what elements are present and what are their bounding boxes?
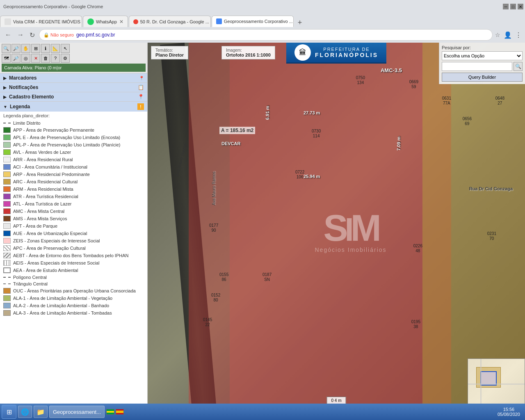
layer-button[interactable]: 🗺 — [2, 54, 11, 63]
minimize-button[interactable]: ─ — [503, 4, 509, 9]
street-label-ava-mauro: Ava Mauro Ramos — [212, 171, 216, 205]
cadastro-elemento-label: Cadastro Elemento — [9, 94, 54, 100]
legend-color-swatch — [3, 310, 11, 316]
legend-item-label: APC - Área de Preservação Cultural — [13, 246, 86, 251]
legend-color-swatch — [3, 179, 11, 185]
map-container[interactable]: Temático: Plano Diretor Imagem: Ortofoto… — [148, 43, 525, 420]
search-label: Pesquisar por: — [442, 45, 523, 50]
layer-info: Camada Ativa: Plano (0 m|or — [2, 64, 146, 72]
legenda-header[interactable]: ▼ Legenda ! — [0, 102, 147, 112]
search-text-input[interactable] — [442, 62, 512, 71]
taskbar-clock: 15:56 05/08/2020 — [494, 407, 523, 417]
list-item: ARC - Área Residencial Cultural — [0, 178, 147, 185]
legend-item-label: AUE - Área de Urbanização Especial — [13, 231, 87, 236]
taskbar-files-icon[interactable]: 📁 — [34, 406, 48, 418]
legend-item-label: AMC - Área Mista Central — [13, 209, 64, 214]
query-builder-button[interactable]: Query Builder — [442, 73, 523, 82]
list-item: APL E - Área de Preservação Uso Limitado… — [0, 134, 147, 141]
marcadores-arrow: ▶ — [3, 76, 7, 80]
marcadores-icon: 📍 — [139, 76, 144, 80]
profile-button[interactable]: 👤 — [504, 31, 512, 39]
legend-color-swatch — [3, 157, 11, 162]
legend-color-swatch — [3, 127, 11, 133]
tab-vista-crm[interactable]: Vista CRM - REGENTE IMÓVEIS ✕ — [0, 16, 82, 27]
taskbar-browser-icon[interactable]: 🌐 — [18, 406, 32, 418]
start-button[interactable]: ⊞ — [2, 405, 16, 419]
full-extent-button[interactable]: ⊞ — [31, 44, 40, 53]
tab-google-maps[interactable]: 50 R. Dr. Cid Gonzaga - Google ... ✕ — [129, 16, 211, 27]
list-item: OUC - Áreas Prioritárias para Operação U… — [0, 287, 147, 294]
parcel-0669: 066959 — [409, 80, 418, 89]
zoom-out-button[interactable]: 🔎 — [11, 44, 21, 53]
back-button[interactable]: ← — [3, 30, 13, 40]
marcadores-header[interactable]: ▶ Marcadores 📍 — [0, 73, 147, 82]
parcel-0656: 065669 — [463, 116, 472, 126]
bookmark-button[interactable]: ☆ — [495, 32, 500, 38]
legenda-arrow: ▼ — [3, 105, 7, 109]
parcel-0722: 0722106 — [295, 170, 304, 180]
list-item: APL-P - Área de Preservação Uso Limitado… — [0, 141, 147, 148]
left-panel: 🔍 🔎 ✋ ⊞ ℹ 📐 ↖ 🗺 🔎 ◎ ✕ 🗑 ? ⚙ Camada Ativa… — [0, 43, 148, 420]
forward-button[interactable]: → — [16, 30, 25, 40]
tab-whatsapp[interactable]: WhatsApp ✕ — [83, 16, 128, 27]
help-button[interactable]: ? — [51, 54, 60, 63]
tab-close-whatsapp[interactable]: ✕ — [119, 19, 123, 25]
legend-item-label: APT - Área de Parque — [13, 224, 57, 228]
legend-item-label: AMS - Área Mista Serviços — [13, 216, 67, 221]
list-item: ALA-1 - Área de Limitação Ambiental - Ve… — [0, 294, 147, 302]
menu-button[interactable]: ⋮ — [515, 31, 522, 39]
clear-button[interactable]: 🗑 — [41, 54, 50, 63]
url-display: geo.pmf.sc.gov.br — [76, 32, 115, 38]
tab-label-vista: Vista CRM - REGENTE IMÓVEIS — [13, 19, 80, 24]
identify-button[interactable]: ℹ — [41, 44, 50, 53]
list-item: AUE - Área de Urbanização Especial — [0, 230, 147, 237]
tab-label-maps: 50 R. Dr. Cid Gonzaga - Google ... — [140, 19, 209, 24]
legend-item-label: AEBT - Área de Entorno dos Bens Tombados… — [13, 253, 128, 258]
legend-color-swatch — [3, 231, 11, 236]
tab-icon-maps — [133, 19, 138, 24]
search-select[interactable]: Escolha uma Opção — [442, 51, 523, 60]
notificacoes-label: Notificações — [9, 84, 38, 90]
reload-button[interactable]: ↻ — [28, 30, 37, 41]
parcel-0187: 0187SN — [262, 272, 272, 282]
section-notificacoes: ▶ Notificações 📋 — [0, 83, 147, 92]
buffer-button[interactable]: ◎ — [21, 54, 30, 63]
pan-button[interactable]: ✋ — [21, 44, 30, 53]
list-item: ARR - Área Residencial Rural — [0, 156, 147, 163]
address-input[interactable]: 🔒 Não seguro geo.pmf.sc.gov.br — [39, 29, 493, 41]
settings-icon[interactable]: ⚙ — [61, 54, 70, 63]
address-bar: ← → ↻ 🔒 Não seguro geo.pmf.sc.gov.br ☆ 👤… — [0, 27, 525, 43]
clock-date: 05/08/2020 — [498, 412, 520, 417]
maximize-button[interactable]: □ — [510, 4, 516, 9]
legend-item-label: ARM - Área Residencial Mista — [13, 187, 73, 192]
cadastro-elemento-header[interactable]: ▶ Cadastro Elemento 📍 — [0, 92, 147, 101]
tab-label-geo: Geoprocessamento Corporativo ... — [224, 19, 293, 24]
image-info-box: Imagem: Ortofoto 2016 1:1000 — [221, 46, 275, 59]
cadastro-elemento-icon: 📍 — [138, 94, 144, 100]
thematic-label: Temático: — [155, 48, 184, 52]
legend-pattern-aebt — [3, 253, 11, 258]
legend-color-swatch — [3, 223, 11, 229]
clock-time: 15:56 — [498, 407, 520, 412]
close-button[interactable]: ✕ — [518, 4, 523, 9]
legend-item-label: ATR - Área Turística Residencial — [13, 194, 78, 199]
taskbar-geo-item[interactable]: Geoprocessament... — [49, 406, 105, 418]
building-devcar: DEVCAR — [221, 141, 240, 146]
window-controls[interactable]: ─ □ ✕ — [503, 4, 523, 9]
notificacoes-header[interactable]: ▶ Notificações 📋 — [0, 83, 147, 92]
zoom-in-button[interactable]: 🔍 — [2, 44, 11, 53]
legend-item-label: ARP - Área Residencial Predominante — [13, 172, 90, 177]
list-item: ALA-2 - Área de Limitação Ambiental - Ba… — [0, 302, 147, 309]
new-tab-button[interactable]: + — [294, 18, 306, 27]
select-button[interactable]: ↖ — [61, 44, 70, 53]
measure-button[interactable]: 📐 — [51, 44, 60, 53]
legend-color-swatch — [3, 171, 11, 177]
list-item: ARM - Área Residencial Mista — [0, 185, 147, 193]
delete-button[interactable]: ✕ — [31, 54, 40, 63]
tab-label-whatsapp: WhatsApp — [96, 19, 117, 24]
search-button[interactable]: 🔎 — [11, 54, 21, 63]
legend-item-label: Polígono Central — [13, 275, 47, 280]
list-item: AEBT - Área de Entorno dos Bens Tombados… — [0, 252, 147, 259]
search-go-button[interactable]: 🔍 — [514, 62, 523, 71]
tab-geoprocessamento[interactable]: Geoprocessamento Corporativo ... ✕ — [212, 16, 294, 27]
